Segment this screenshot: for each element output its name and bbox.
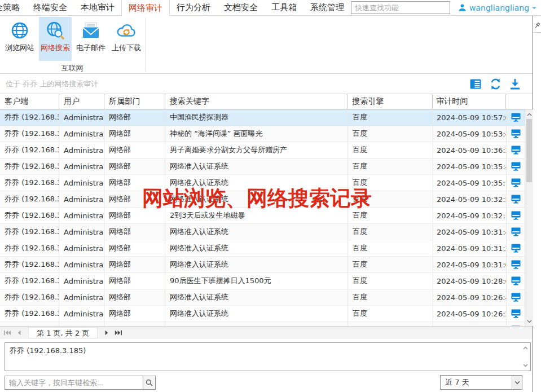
ribbon-toolbar: 浏览网站 网络搜索 电子邮件 上传下载 互联网 (0, 16, 533, 74)
tab-document-security[interactable]: 文档安全 (217, 0, 265, 15)
download-icon[interactable] (510, 78, 520, 90)
last-page-icon[interactable] (113, 328, 124, 338)
cell-engine: 百度 (348, 257, 433, 272)
table-header: 客户端 用户 所属部门 搜索关键字 搜索引擎 审计时间 (0, 94, 533, 109)
table-row[interactable] (0, 322, 533, 326)
quick-find-input[interactable] (351, 1, 450, 14)
col-header-screenshot (506, 94, 524, 109)
refresh-icon[interactable] (490, 78, 502, 90)
tab-network-audit[interactable]: 网络审计 (121, 0, 170, 16)
dropdown-chevron-icon[interactable] (512, 376, 522, 389)
footer-search (5, 376, 156, 390)
monitor-icon[interactable] (511, 293, 521, 302)
monitor-icon[interactable] (511, 276, 521, 285)
cell-screenshot (507, 240, 525, 256)
status-actions (470, 78, 527, 90)
tab-policy[interactable]: 全策略 (0, 0, 27, 15)
next-page-icon[interactable] (102, 328, 112, 338)
cell-keyword: 网络准入认证系统 (165, 224, 348, 240)
monitor-icon[interactable] (511, 227, 521, 236)
cell-client: 乔乔 (192.168.3... (0, 273, 59, 289)
table-scrollbar[interactable] (525, 109, 533, 326)
detail-scroll-up-icon[interactable] (522, 345, 529, 351)
cell-user: Administra... (59, 208, 104, 223)
monitor-icon[interactable] (511, 211, 521, 220)
cell-screenshot (507, 306, 525, 321)
scroll-up-icon[interactable] (525, 110, 533, 118)
time-range-dropdown[interactable]: 近 7 天 (440, 375, 522, 390)
cell-user: Administra... (59, 191, 104, 207)
cell-keyword: 网络准入认证系统 (165, 289, 348, 305)
pagination-bar: 第 1 页, 共 2 页 (0, 326, 533, 339)
detail-scroll-down-icon[interactable] (522, 363, 529, 368)
ribbon-item-email[interactable]: 电子邮件 (74, 17, 107, 61)
ribbon-group-separator (145, 17, 146, 72)
tab-behavior-analysis[interactable]: 行为分析 (170, 0, 217, 15)
cell-time: 2024-05-09 10:36:20 (433, 142, 507, 158)
detail-client-label: 乔乔 (192.168.3.185) (10, 346, 86, 355)
table-row[interactable]: 乔乔 (192.168.3... Administra... 网络部 网络准入认… (0, 158, 533, 175)
table-row[interactable]: 乔乔 (192.168.3... Administra... 网络部 网络准入认… (0, 257, 533, 273)
col-header-client[interactable]: 客户端 (0, 94, 59, 109)
cell-time (433, 322, 507, 326)
detail-panel[interactable]: 乔乔 (192.168.3.185) (5, 342, 531, 371)
cell-dept: 网络部 (104, 306, 165, 321)
user-menu[interactable]: wangliangliang (450, 0, 541, 15)
table-row[interactable]: 乔乔 (192.168.3... Administra... 网络部 网络准入认… (0, 289, 533, 306)
col-header-user[interactable]: 用户 (59, 94, 104, 109)
first-page-icon[interactable] (2, 328, 12, 338)
cell-engine (348, 322, 433, 326)
cell-client: 乔乔 (192.168.3... (0, 240, 59, 256)
scroll-down-icon[interactable] (525, 317, 533, 325)
tab-local-audit[interactable]: 本地审计 (74, 0, 121, 15)
col-header-engine[interactable]: 搜索引擎 (348, 94, 433, 109)
cell-keyword: 网络准入认证系统 (165, 240, 348, 256)
ribbon-item-upload-download[interactable]: 上传下载 (110, 17, 143, 61)
app-window: 全策略 终端安全 本地审计 网络审计 行为分析 文档安全 工具箱 系统管理 wa… (0, 0, 541, 392)
scrollbar-thumb[interactable] (526, 119, 532, 182)
cell-keyword: 网络准入认证系统 (165, 306, 348, 321)
keyword-search-input[interactable] (5, 376, 143, 390)
monitor-icon[interactable] (511, 244, 521, 253)
monitor-icon[interactable] (511, 309, 521, 318)
cell-screenshot (507, 158, 525, 174)
ribbon-item-web-search[interactable]: 网络搜索 (39, 17, 72, 61)
pin-button[interactable] (533, 16, 541, 33)
status-text: 位于 乔乔 上的网络搜索审计 (6, 79, 98, 89)
monitor-icon[interactable] (511, 129, 521, 138)
monitor-icon[interactable] (511, 260, 521, 269)
monitor-icon[interactable] (511, 195, 521, 204)
cell-client: 乔乔 (192.168.3... (0, 191, 59, 207)
table-row[interactable]: 乔乔 (192.168.3... Administra... 网络部 90后医生… (0, 273, 533, 289)
table-row[interactable]: 乔乔 (192.168.3... Administra... 网络部 中国渔民捞… (0, 109, 533, 126)
columns-panel-icon[interactable] (470, 79, 481, 89)
cloud-sync-icon (116, 21, 137, 40)
cell-user: Administra... (59, 240, 104, 256)
monitor-icon[interactable] (511, 146, 521, 155)
tab-terminal-security[interactable]: 终端安全 (27, 0, 74, 15)
ribbon-item-label: 网络搜索 (41, 43, 70, 53)
table-row[interactable]: 乔乔 (192.168.3... Administra... 网络部 网络准入认… (0, 306, 533, 322)
table-row[interactable]: 乔乔 (192.168.3... Administra... 网络部 网络准入认… (0, 240, 533, 257)
monitor-icon[interactable] (511, 178, 521, 187)
cell-dept: 网络部 (104, 158, 165, 174)
cell-time: 2024-05-09 10:53:47 (433, 126, 507, 142)
tab-system-management[interactable]: 系统管理 (304, 0, 351, 15)
col-header-keyword[interactable]: 搜索关键字 (165, 94, 348, 109)
cell-engine: 百度 (348, 224, 433, 240)
col-header-time[interactable]: 审计时间 (433, 94, 506, 109)
col-header-dept[interactable]: 所属部门 (104, 94, 165, 109)
table-row[interactable]: 乔乔 (192.168.3... Administra... 网络部 男子离婚要… (0, 142, 533, 158)
tab-toolbox[interactable]: 工具箱 (265, 0, 304, 15)
table-row[interactable]: 乔乔 (192.168.3... Administra... 网络部 神秘的 “… (0, 126, 533, 142)
ribbon-item-browse-websites[interactable]: 浏览网站 (3, 17, 36, 61)
cell-screenshot (507, 191, 525, 207)
search-button[interactable] (143, 376, 156, 390)
cell-user (59, 322, 104, 326)
monitor-icon[interactable] (511, 113, 521, 122)
cell-engine: 百度 (348, 289, 433, 305)
monitor-icon[interactable] (511, 162, 521, 171)
table-row[interactable]: 乔乔 (192.168.3... Administra... 网络部 网络准入认… (0, 224, 533, 240)
cell-client: 乔乔 (192.168.3... (0, 306, 59, 321)
prev-page-icon[interactable] (14, 328, 24, 338)
